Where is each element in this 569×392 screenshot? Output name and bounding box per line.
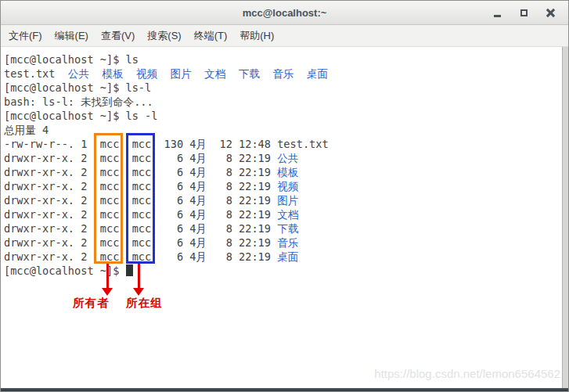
- menubar: 文件(F) 编辑(E) 查看(V) 搜索(S) 终端(T) 帮助(H): [1, 25, 568, 47]
- terminal-text: drwxr-xr-x. 2 mcc mcc 6 4月 8 22:19: [4, 180, 277, 192]
- terminal-line: test.txt 公共 模板 视频 图片 文档 下载 音乐 桌面: [4, 67, 562, 81]
- terminal-text: 音乐: [272, 67, 294, 80]
- terminal-text: 视频: [277, 180, 298, 192]
- terminal-line: drwxr-xr-x. 2 mcc mcc 6 4月 8 22:19 图片: [4, 193, 562, 207]
- terminal-line: drwxr-xr-x. 2 mcc mcc 6 4月 8 22:19 桌面: [4, 250, 562, 264]
- minimize-icon: [494, 15, 501, 17]
- terminal-text: [294, 67, 306, 80]
- terminal-line: bash: ls-l: 未找到命令...: [4, 95, 562, 109]
- menu-item-view[interactable]: 查看(V): [95, 26, 141, 46]
- terminal-text: [192, 67, 204, 80]
- terminal-line: [mcc@localhost ~]$ ls -l: [4, 109, 562, 123]
- terminal-line: [mcc@localhost ~]$ ls: [4, 52, 562, 67]
- terminal-line: drwxr-xr-x. 2 mcc mcc 6 4月 8 22:19 音乐: [4, 236, 562, 250]
- terminal-text: drwxr-xr-x. 2 mcc mcc 6 4月 8 22:19: [4, 152, 277, 164]
- terminal-text: [mcc@localhost ~]$ ls -l: [4, 110, 157, 122]
- terminal-text: 视频: [136, 67, 157, 80]
- terminal-text: drwxr-xr-x. 2 mcc mcc 6 4月 8 22:19: [4, 194, 277, 207]
- terminal-text: 文档: [204, 67, 225, 80]
- terminal-text: 下载: [277, 222, 298, 235]
- terminal-text: drwxr-xr-x. 2 mcc mcc 6 4月 8 22:19: [4, 236, 277, 249]
- terminal-text: 桌面: [277, 250, 298, 263]
- terminal-text: 模板: [277, 166, 298, 178]
- terminal-text: [89, 67, 102, 80]
- scrollbar[interactable]: [562, 47, 568, 388]
- terminal-text: drwxr-xr-x. 2 mcc mcc 6 4月 8 22:19: [4, 166, 277, 178]
- terminal-output: [mcc@localhost ~]$ lstest.txt 公共 模板 视频 图…: [1, 47, 562, 388]
- group-arrow-head-icon: [133, 288, 144, 296]
- terminal-cursor: [126, 264, 133, 276]
- menu-item-edit[interactable]: 编辑(E): [49, 26, 95, 46]
- terminal-text: [mcc@localhost ~]$ ls: [4, 53, 139, 66]
- terminal-text: 音乐: [277, 236, 298, 249]
- close-icon: [546, 9, 555, 17]
- terminal-line: drwxr-xr-x. 2 mcc mcc 6 4月 8 22:19 模板: [4, 165, 562, 179]
- terminal-text: 图片: [171, 67, 192, 80]
- terminal-text: [157, 67, 170, 80]
- window-title: mcc@localhost:~: [243, 7, 327, 19]
- terminal-line: drwxr-xr-x. 2 mcc mcc 6 4月 8 22:19 文档: [4, 207, 562, 221]
- terminal-text: [124, 67, 136, 80]
- terminal-line: [mcc@localhost ~]$ ls-l: [4, 81, 562, 95]
- terminal-text: 下载: [239, 67, 260, 80]
- terminal-text: 公共: [277, 152, 298, 164]
- maximize-button[interactable]: [510, 2, 537, 23]
- terminal-text: 模板: [102, 67, 123, 80]
- terminal-text: 总用量 4: [4, 124, 49, 136]
- menu-item-help[interactable]: 帮助(H): [233, 26, 280, 46]
- terminal-text: 桌面: [307, 67, 328, 80]
- terminal-text: [mcc@localhost ~]$ ls-l: [4, 81, 151, 94]
- minimize-button[interactable]: [484, 2, 510, 23]
- menu-item-search[interactable]: 搜索(S): [141, 26, 187, 46]
- terminal-text: 文档: [277, 208, 298, 221]
- terminal-line: 总用量 4: [4, 123, 562, 137]
- terminal-text: drwxr-xr-x. 2 mcc mcc 6 4月 8 22:19: [4, 208, 277, 221]
- titlebar[interactable]: mcc@localhost:~: [1, 1, 568, 25]
- terminal-text: test.txt: [4, 67, 68, 80]
- close-button[interactable]: [537, 2, 564, 23]
- terminal-window: mcc@localhost:~ 文件(F) 编辑(E) 查看(V) 搜索(S) …: [0, 0, 569, 392]
- terminal-text: bash: ls-l: 未找到命令...: [4, 95, 153, 108]
- terminal-line: -rw-rw-r--. 1 mcc mcc 130 4月 12 12:48 te…: [4, 137, 562, 151]
- group-arrow: [138, 264, 140, 290]
- terminal-text: [225, 67, 238, 80]
- terminal-text: drwxr-xr-x. 2 mcc mcc 6 4月 8 22:19: [4, 222, 277, 235]
- menu-item-file[interactable]: 文件(F): [2, 26, 49, 46]
- group-annotation-label: 所在组: [126, 296, 163, 311]
- maximize-icon: [520, 9, 528, 16]
- terminal-line: drwxr-xr-x. 2 mcc mcc 6 4月 8 22:19 公共: [4, 151, 562, 165]
- terminal-text: 公共: [68, 67, 89, 80]
- terminal-text: [260, 67, 272, 80]
- menu-item-terminal[interactable]: 终端(T): [188, 26, 234, 46]
- owner-annotation-label: 所有者: [73, 296, 110, 311]
- owner-arrow: [106, 264, 109, 290]
- window-bottom-edge: [1, 388, 568, 391]
- terminal-line: [mcc@localhost ~]$: [4, 264, 562, 278]
- terminal-text: 图片: [277, 194, 298, 207]
- owner-arrow-head-icon: [102, 288, 113, 296]
- terminal-body[interactable]: [mcc@localhost ~]$ lstest.txt 公共 模板 视频 图…: [1, 47, 568, 388]
- terminal-line: drwxr-xr-x. 2 mcc mcc 6 4月 8 22:19 视频: [4, 179, 562, 193]
- terminal-text: drwxr-xr-x. 2 mcc mcc 6 4月 8 22:19: [4, 250, 277, 263]
- terminal-line: drwxr-xr-x. 2 mcc mcc 6 4月 8 22:19 下载: [4, 221, 562, 236]
- terminal-text: -rw-rw-r--. 1 mcc mcc 130 4月 12 12:48 te…: [4, 138, 329, 150]
- window-controls: [484, 1, 564, 24]
